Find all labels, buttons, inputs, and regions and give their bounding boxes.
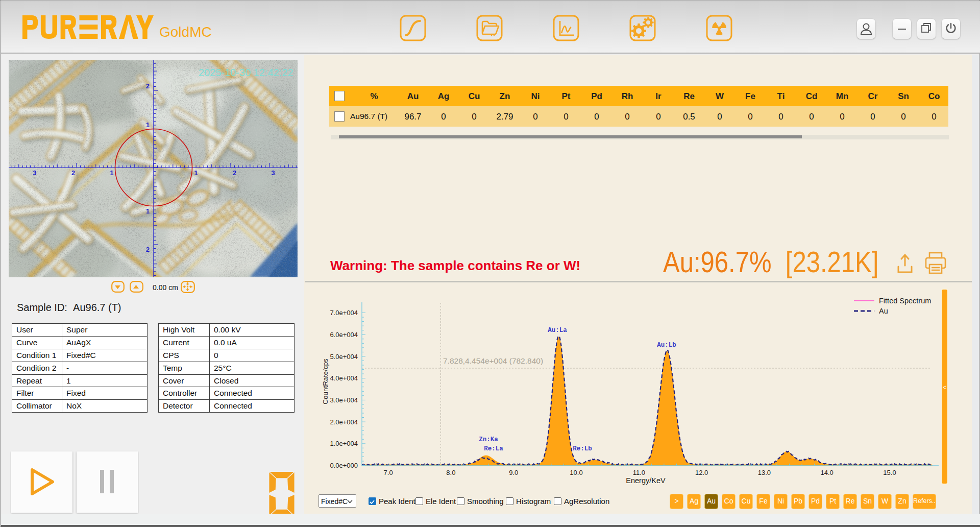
svg-text:3: 3: [272, 169, 275, 177]
svg-text:15.0: 15.0: [883, 469, 896, 476]
svg-text:1: 1: [110, 169, 114, 177]
svg-text:0.0e+000: 0.0e+000: [330, 462, 358, 469]
svg-text:12.0: 12.0: [695, 469, 708, 476]
svg-text:1: 1: [194, 169, 198, 177]
svg-text:CountRate/cps: CountRate/cps: [322, 358, 329, 404]
svg-text:Au:La: Au:La: [548, 327, 567, 334]
svg-text:4.0e+004: 4.0e+004: [330, 374, 358, 382]
svg-text:1.0e+004: 1.0e+004: [330, 440, 358, 447]
svg-text:Fitted Spectrum: Fitted Spectrum: [879, 297, 931, 305]
svg-text:8.0: 8.0: [446, 469, 455, 476]
svg-text:14.0: 14.0: [821, 469, 834, 476]
svg-text:3.0e+004: 3.0e+004: [330, 396, 358, 404]
svg-text:1: 1: [146, 121, 150, 129]
svg-text:Re:Lb: Re:Lb: [573, 445, 592, 452]
svg-text:7.0e+004: 7.0e+004: [330, 309, 358, 317]
svg-text:10.0: 10.0: [570, 469, 582, 476]
svg-text:Energy/KeV: Energy/KeV: [626, 476, 666, 485]
svg-text:2: 2: [146, 82, 150, 90]
svg-text:7.828,4.454e+004 (782.840): 7.828,4.454e+004 (782.840): [443, 356, 543, 365]
svg-text:Au: Au: [879, 307, 888, 315]
svg-text:6.0e+004: 6.0e+004: [330, 331, 358, 339]
svg-text:3: 3: [33, 169, 37, 177]
svg-text:Au:Lb: Au:Lb: [657, 342, 676, 349]
svg-text:Re:La: Re:La: [484, 445, 503, 452]
svg-text:1: 1: [146, 207, 150, 215]
svg-text:5.0e+004: 5.0e+004: [330, 353, 358, 361]
svg-text:2.0e+004: 2.0e+004: [330, 418, 358, 426]
svg-text:2: 2: [233, 169, 236, 177]
svg-text:7.0: 7.0: [384, 469, 393, 476]
svg-text:9.0: 9.0: [509, 469, 518, 476]
svg-text:2: 2: [71, 169, 75, 177]
svg-text:Zn:Ka: Zn:Ka: [479, 436, 498, 443]
svg-text:11.0: 11.0: [633, 469, 645, 476]
svg-text:2025-10-30 12:42:22: 2025-10-30 12:42:22: [199, 67, 293, 78]
svg-text:13.0: 13.0: [758, 469, 771, 476]
svg-text:2: 2: [146, 246, 150, 253]
